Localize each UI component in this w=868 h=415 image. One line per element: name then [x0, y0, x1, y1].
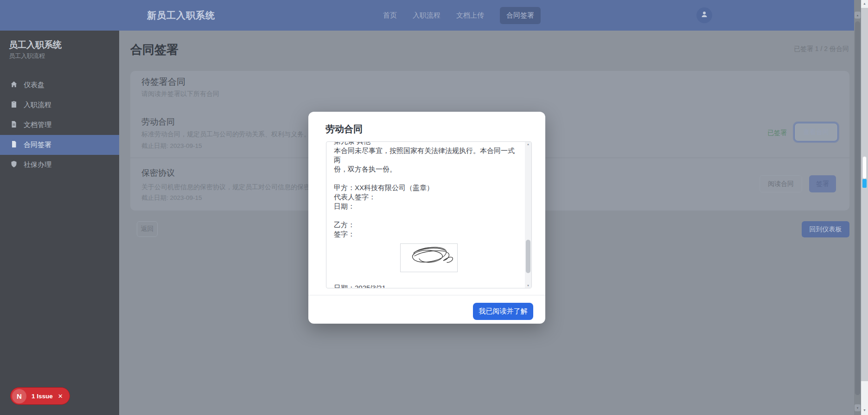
user-icon [700, 10, 708, 20]
signed-progress: 已签署 1 / 2 份合同 [794, 45, 849, 53]
contract-body-top: 第九条 其他 本合同未尽事宜，按照国家有关法律法规执行。本合同一式两 份，双方各… [326, 141, 525, 239]
sidebar-item-label: 仪表盘 [24, 81, 45, 89]
sidebar-subtitle: 员工入职流程 [9, 52, 45, 60]
issue-badge[interactable]: N 1 Issue ✕ [10, 387, 70, 405]
app-root: 新员工入职系统 首页 入职流程 文档上传 合同签署 员工入职系统 员工入职流程 … [0, 0, 868, 415]
signature-box [400, 243, 458, 272]
contract-deadline: 截止日期: 2023-09-15 [141, 194, 202, 202]
framework-logo-icon[interactable]: N [12, 389, 26, 403]
contract-deadline: 截止日期: 2023-09-15 [141, 142, 202, 150]
scroll-down-icon[interactable]: ▼ [525, 284, 531, 287]
contract-modal: 劳动合同 第九条 其他 本合同未尽事宜，按照国家有关法律法规执行。本合同一式两 … [308, 112, 545, 324]
pending-contracts-title: 待签署合同 [141, 76, 185, 88]
top-nav: 首页 入职流程 文档上传 合同签署 [383, 0, 541, 31]
pending-contracts-subtitle: 请阅读并签署以下所有合同 [141, 90, 219, 98]
page-scrollbar[interactable]: ▲ ▼ [854, 0, 861, 415]
nav-contract-signing[interactable]: 合同签署 [500, 7, 541, 24]
sign-contract-button[interactable]: 签署 [809, 175, 836, 192]
user-avatar[interactable] [696, 7, 712, 23]
page-title: 合同签署 [130, 42, 179, 58]
sidebar-item-label: 合同签署 [24, 140, 51, 149]
sidebar: 员工入职系统 员工入职流程 仪表盘 入职流程 文档管理 [0, 31, 119, 415]
modal-title: 劳动合同 [326, 123, 363, 135]
shield-icon [10, 160, 18, 169]
page-scrollbar-thumb[interactable] [855, 21, 860, 395]
nav-home[interactable]: 首页 [383, 11, 397, 20]
close-icon[interactable]: ✕ [58, 393, 63, 400]
sidebar-item-onboarding[interactable]: 入职流程 [0, 95, 119, 115]
contract-description: 关于公司机密信息的保密协议，规定员工对公司信息的保密义务。 [141, 183, 330, 192]
issue-count-label: 1 Issue [32, 393, 53, 400]
scrollbar-marker-blue [862, 179, 867, 188]
sidebar-item-label: 入职流程 [24, 101, 51, 109]
nav-doc-upload[interactable]: 文档上传 [456, 11, 484, 20]
top-navbar: 新员工入职系统 首页 入职流程 文档上传 合同签署 [0, 0, 854, 31]
confirm-read-button[interactable]: 我已阅读并了解 [473, 303, 533, 320]
sidebar-menu: 仪表盘 入职流程 文档管理 合同签署 [0, 75, 119, 175]
contract-name: 劳动合同 [141, 116, 175, 128]
contract-body-bottom: 日期：2025/3/21 [326, 274, 525, 288]
sidebar-item-dashboard[interactable]: 仪表盘 [0, 75, 119, 95]
scroll-down-icon[interactable]: ▼ [861, 409, 868, 412]
contract-scrollbar[interactable]: ▲ ▼ [525, 142, 531, 288]
contract-scrollbar-thumb[interactable] [526, 240, 530, 273]
sidebar-item-social-insurance[interactable]: 社保办理 [0, 155, 119, 175]
scrollbar-marker [862, 156, 867, 179]
contract-scroll-area[interactable]: 第九条 其他 本合同未尽事宜，按照国家有关法律法规执行。本合同一式两 份，双方各… [326, 141, 532, 288]
nav-onboarding[interactable]: 入职流程 [413, 11, 440, 20]
browser-scrollbar[interactable]: ▲ ▼ [861, 0, 868, 415]
back-button[interactable]: 返回 [137, 221, 158, 237]
app-title: 新员工入职系统 [147, 0, 215, 31]
scroll-down-icon[interactable]: ▼ [855, 404, 861, 411]
contract-description: 标准劳动合同，规定员工与公司的劳动关系、权利与义务。 [141, 130, 310, 139]
home-icon [10, 81, 18, 89]
status-badge-signed: 已签署 [767, 129, 787, 137]
scroll-up-icon[interactable]: ▲ [855, 12, 861, 19]
contract-name: 保密协议 [141, 167, 175, 179]
back-to-dashboard-button[interactable]: 回到仪表板 [802, 221, 849, 237]
sidebar-item-label: 文档管理 [24, 121, 51, 129]
sidebar-item-contract-signing[interactable]: 合同签署 [0, 135, 119, 155]
browser-scrollbar-thumb[interactable] [861, 8, 868, 381]
modal-footer-divider [308, 295, 545, 295]
signature-scribble [401, 244, 457, 272]
sidebar-item-label: 社保办理 [24, 160, 51, 169]
scroll-up-icon[interactable]: ▲ [861, 2, 868, 5]
view-contract-button[interactable]: 查看合同 [794, 123, 838, 141]
sidebar-item-documents[interactable]: 文档管理 [0, 115, 119, 135]
read-contract-button[interactable]: 阅读合同 [760, 175, 802, 192]
clipboard-icon [10, 101, 18, 109]
contract-icon [10, 140, 18, 149]
sidebar-title: 员工入职系统 [9, 39, 62, 51]
scroll-up-icon[interactable]: ▲ [525, 143, 531, 146]
document-icon [10, 121, 18, 129]
